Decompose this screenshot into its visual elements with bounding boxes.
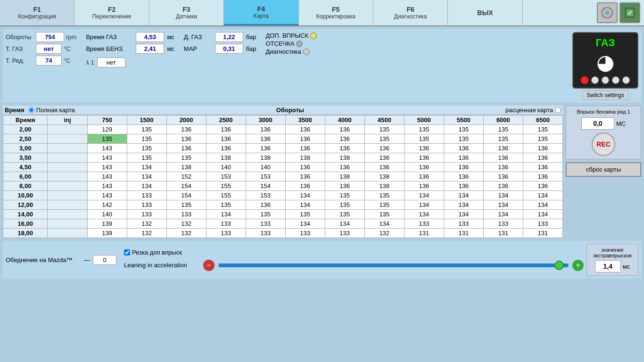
nav-f5[interactable]: F5 Корректировка [299, 0, 373, 25]
data-cell-8-8[interactable]: 134 [404, 200, 444, 210]
data-cell-5-7[interactable]: 138 [364, 172, 404, 181]
data-cell-2-9[interactable]: 136 [444, 144, 483, 153]
data-cell-6-11[interactable]: 136 [523, 181, 562, 191]
full-map-radio[interactable] [28, 107, 34, 113]
data-cell-6-4[interactable]: 154 [246, 181, 285, 191]
data-cell-0-2[interactable]: 136 [166, 125, 206, 134]
data-cell-11-10[interactable]: 131 [483, 229, 523, 238]
data-cell-1-7[interactable]: 135 [364, 134, 404, 144]
data-cell-9-5[interactable]: 135 [285, 210, 325, 219]
nav-f3[interactable]: F3 Датчики [149, 0, 224, 25]
data-cell-0-1[interactable]: 135 [127, 125, 166, 134]
data-cell-11-6[interactable]: 133 [325, 229, 364, 238]
data-cell-2-5[interactable]: 136 [285, 144, 325, 153]
data-cell-1-6[interactable]: 136 [325, 134, 364, 144]
data-cell-9-0[interactable]: 140 [87, 210, 127, 219]
data-cell-10-1[interactable]: 132 [127, 219, 166, 229]
nav-f6[interactable]: F6 Диагностика [373, 0, 448, 25]
data-cell-7-2[interactable]: 154 [166, 191, 206, 200]
data-cell-9-11[interactable]: 134 [523, 210, 562, 219]
data-cell-3-7[interactable]: 136 [364, 153, 404, 163]
data-cell-2-2[interactable]: 136 [166, 144, 206, 153]
data-cell-5-3[interactable]: 153 [206, 172, 246, 181]
data-cell-1-5[interactable]: 136 [285, 134, 325, 144]
data-cell-3-10[interactable]: 136 [483, 153, 523, 163]
data-cell-9-4[interactable]: 135 [246, 210, 285, 219]
data-cell-5-8[interactable]: 136 [404, 172, 444, 181]
data-cell-4-3[interactable]: 140 [206, 163, 246, 172]
data-cell-7-0[interactable]: 143 [87, 191, 127, 200]
data-cell-6-8[interactable]: 136 [404, 181, 444, 191]
data-cell-0-7[interactable]: 135 [364, 125, 404, 134]
data-cell-3-5[interactable]: 138 [285, 153, 325, 163]
data-cell-10-5[interactable]: 134 [285, 219, 325, 229]
data-cell-5-10[interactable]: 136 [483, 172, 523, 181]
data-cell-5-9[interactable]: 136 [444, 172, 483, 181]
data-cell-1-10[interactable]: 135 [483, 134, 523, 144]
data-cell-11-0[interactable]: 139 [87, 229, 127, 238]
data-cell-10-4[interactable]: 133 [246, 219, 285, 229]
data-cell-9-6[interactable]: 135 [325, 210, 364, 219]
leaning-plus-button[interactable]: + [572, 260, 584, 271]
exit-icon-btn[interactable]: ✓ [619, 2, 640, 23]
data-cell-10-8[interactable]: 133 [404, 219, 444, 229]
data-cell-7-4[interactable]: 153 [246, 191, 285, 200]
mazda-value[interactable] [93, 255, 116, 265]
data-cell-9-8[interactable]: 134 [404, 210, 444, 219]
data-cell-3-6[interactable]: 138 [325, 153, 364, 163]
inject-value[interactable] [581, 117, 614, 130]
data-cell-6-10[interactable]: 136 [483, 181, 523, 191]
data-cell-10-7[interactable]: 134 [364, 219, 404, 229]
data-cell-3-3[interactable]: 138 [206, 153, 246, 163]
data-cell-3-0[interactable]: 143 [87, 153, 127, 163]
data-cell-10-9[interactable]: 133 [444, 219, 483, 229]
data-cell-11-9[interactable]: 131 [444, 229, 483, 238]
data-cell-7-6[interactable]: 135 [325, 191, 364, 200]
data-cell-4-10[interactable]: 136 [483, 163, 523, 172]
data-cell-4-0[interactable]: 143 [87, 163, 127, 172]
data-cell-5-5[interactable]: 136 [285, 172, 325, 181]
data-cell-10-11[interactable]: 133 [523, 219, 562, 229]
data-cell-7-10[interactable]: 134 [483, 191, 523, 200]
data-cell-8-2[interactable]: 135 [166, 200, 206, 210]
data-cell-10-0[interactable]: 139 [87, 219, 127, 229]
data-cell-2-0[interactable]: 143 [87, 144, 127, 153]
full-map-radio-label[interactable]: Полная карта [28, 107, 75, 114]
data-cell-4-7[interactable]: 136 [364, 163, 404, 172]
data-cell-7-8[interactable]: 134 [404, 191, 444, 200]
data-cell-2-11[interactable]: 136 [523, 144, 562, 153]
data-cell-6-1[interactable]: 134 [127, 181, 166, 191]
data-cell-8-0[interactable]: 142 [87, 200, 127, 210]
data-cell-3-4[interactable]: 138 [246, 153, 285, 163]
rezka-checkbox[interactable] [124, 249, 130, 255]
data-cell-2-3[interactable]: 136 [206, 144, 246, 153]
data-cell-5-6[interactable]: 138 [325, 172, 364, 181]
nav-exit[interactable]: ВЫХ [448, 0, 522, 25]
reduced-map-radio[interactable] [555, 107, 561, 113]
data-cell-7-7[interactable]: 135 [364, 191, 404, 200]
data-cell-3-8[interactable]: 136 [404, 153, 444, 163]
data-cell-5-4[interactable]: 153 [246, 172, 285, 181]
data-cell-0-5[interactable]: 136 [285, 125, 325, 134]
data-cell-1-4[interactable]: 136 [246, 134, 285, 144]
data-cell-3-2[interactable]: 135 [166, 153, 206, 163]
data-cell-10-3[interactable]: 133 [206, 219, 246, 229]
data-cell-7-9[interactable]: 134 [444, 191, 483, 200]
data-cell-3-9[interactable]: 136 [444, 153, 483, 163]
data-cell-0-3[interactable]: 136 [206, 125, 246, 134]
data-cell-8-5[interactable]: 134 [285, 200, 325, 210]
switch-settings-button[interactable]: Switch settings [582, 90, 628, 100]
data-cell-6-7[interactable]: 138 [364, 181, 404, 191]
data-cell-1-1[interactable]: 135 [127, 134, 166, 144]
reset-map-button[interactable]: сброс карты [566, 162, 641, 177]
data-cell-4-5[interactable]: 136 [285, 163, 325, 172]
data-cell-11-1[interactable]: 132 [127, 229, 166, 238]
data-cell-11-4[interactable]: 133 [246, 229, 285, 238]
data-cell-4-1[interactable]: 134 [127, 163, 166, 172]
data-cell-8-9[interactable]: 134 [444, 200, 483, 210]
data-cell-3-11[interactable]: 136 [523, 153, 562, 163]
data-cell-9-9[interactable]: 134 [444, 210, 483, 219]
data-cell-11-2[interactable]: 132 [166, 229, 206, 238]
data-cell-8-1[interactable]: 133 [127, 200, 166, 210]
data-cell-2-8[interactable]: 136 [404, 144, 444, 153]
